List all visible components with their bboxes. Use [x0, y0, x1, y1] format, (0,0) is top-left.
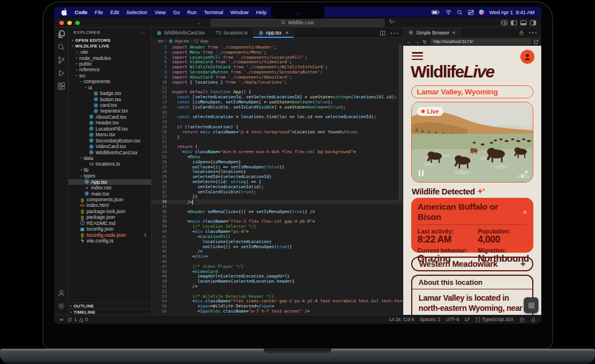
apple-menu-icon[interactable] [61, 8, 67, 16]
copilot-icon[interactable] [519, 317, 525, 323]
close-window-button[interactable] [59, 21, 64, 25]
siri-icon[interactable] [479, 10, 484, 15]
tree-item-reference[interactable]: ›reference [68, 67, 151, 72]
tree-item-videocard.tsx[interactable]: VideoCard.tsx [68, 144, 151, 149]
url-input[interactable]: http://localhost:5173/ [430, 38, 531, 45]
command-center-search[interactable]: Wildlife Live [210, 19, 385, 27]
menu-item-code[interactable]: Code [75, 10, 88, 15]
tree-item-components.json[interactable]: {}components.json [68, 197, 151, 202]
remote-indicator-icon[interactable]: >< [59, 318, 63, 322]
zoom-window-button[interactable] [75, 21, 80, 25]
tree-item-tsconfig.node.json[interactable]: {}tsconfig.node.json1 [68, 232, 151, 237]
editor-more-actions-icon[interactable]: ⋯ [390, 28, 399, 38]
explorer-icon[interactable] [54, 28, 68, 41]
hamburger-menu-icon[interactable] [412, 52, 423, 62]
tree-item-separator.tsx[interactable]: separator.tsx [68, 108, 151, 114]
tree-item-types[interactable]: ›types [68, 173, 151, 179]
browser-forward-icon[interactable]: → [413, 39, 420, 45]
browser-back-icon[interactable]: ← [406, 39, 412, 45]
browser-reload-icon[interactable]: ↻ [421, 39, 428, 45]
tree-item-public[interactable]: ›public [68, 61, 151, 67]
outline-section[interactable]: ›OUTLINE [68, 302, 151, 309]
menu-item-help[interactable]: Help [256, 10, 266, 15]
toggle-secondary-sidebar-icon[interactable] [530, 20, 536, 25]
editor-tab-WildlifeInfoCard.tsx[interactable]: WildlifeInfoCard.tsx [152, 28, 210, 38]
extensions-icon[interactable] [54, 80, 68, 93]
close-tab-icon[interactable]: × [286, 30, 288, 36]
notifications-bell-icon[interactable] [531, 317, 536, 323]
expand-icon[interactable] [521, 171, 528, 177]
tree-item-main.tsx[interactable]: main.tsx [68, 190, 151, 196]
location-pill-button[interactable]: Lamar Valley, Wyoming [411, 85, 533, 98]
tree-item-badge.tsx[interactable]: badge.tsx [68, 90, 151, 96]
customize-layout-icon[interactable] [501, 20, 507, 25]
control-center-icon[interactable] [468, 10, 474, 15]
menu-item-file[interactable]: File [95, 10, 104, 15]
accounts-icon[interactable] [54, 287, 68, 300]
tree-item-menu.tsx[interactable]: Menu.tsx [68, 132, 151, 137]
western-meadowlark-button[interactable]: Western Meadowlark + [411, 257, 533, 271]
tree-item-package.json[interactable]: {}package.json [68, 214, 151, 220]
tree-item-ui[interactable]: ›ui [68, 85, 151, 90]
tree-item-node-modules[interactable]: ›node_modules [68, 55, 151, 60]
tree-item-aboutcard.tsx[interactable]: AboutCard.tsx [68, 114, 151, 120]
tree-item-locationpill.tsx[interactable]: LocationPill.tsx [68, 126, 151, 132]
search-icon[interactable] [457, 10, 463, 15]
menu-item-terminal[interactable]: Terminal [204, 10, 223, 15]
explorer-more-actions-icon[interactable]: ⋯ [140, 30, 146, 36]
close-info-card-icon[interactable]: × [523, 209, 527, 216]
tree-item-data[interactable]: ›data [68, 155, 151, 161]
language-mode[interactable]: { }TypeScript JSX [476, 317, 514, 322]
toggle-panel-icon[interactable] [520, 20, 527, 25]
tree-section-wildlife-live[interactable]: ›WILDLIFE LIVE [68, 43, 151, 49]
menu-item-run[interactable]: Run [187, 10, 197, 15]
run-debug-icon[interactable] [54, 67, 68, 80]
cursor-position[interactable]: Ln 34, Col 9 [389, 317, 414, 322]
tree-item-src[interactable]: ›src [68, 73, 151, 79]
tree-item-index.html[interactable]: <>index.html [68, 202, 151, 208]
breadcrumb[interactable]: src› App.tsx› App [152, 38, 403, 44]
tree-item-header.tsx[interactable]: Header.tsx [68, 120, 151, 125]
tree-item-components[interactable]: ›components [68, 79, 151, 84]
tree-item-app.tsx[interactable]: App.tsx [68, 179, 151, 185]
command-center-extra-icon[interactable]: ↻⌄ [389, 19, 396, 24]
settings-gear-icon[interactable] [54, 300, 68, 313]
eol[interactable]: LF [465, 317, 471, 322]
simple-browser-tab[interactable]: Simple Browser × [403, 28, 461, 38]
tree-item-button.tsx[interactable]: button.tsx [68, 96, 151, 102]
indentation[interactable]: Spaces: 2 [420, 317, 440, 322]
encoding[interactable]: UTF-8 [446, 317, 459, 322]
toggle-primary-sidebar-icon[interactable] [511, 20, 517, 25]
search-sidebar-icon[interactable] [54, 41, 68, 54]
tree-item-vite.config.ts[interactable]: ϟvite.config.ts [68, 238, 151, 244]
tree-item-index.css[interactable]: #index.css [68, 185, 151, 190]
menu-item-window[interactable]: Window [230, 10, 248, 15]
code-editor[interactable]: 3import Header from './components/Header… [152, 44, 403, 315]
tree-item-lib[interactable]: ›lib [68, 167, 151, 173]
editor-tab-App.tsx[interactable]: App.tsx× [253, 28, 294, 38]
problems-indicator[interactable]: 1 0 [67, 317, 88, 322]
tree-item-card.tsx[interactable]: card.tsx [68, 102, 151, 108]
menu-item-selection[interactable]: Selection [127, 10, 148, 15]
menu-item-view[interactable]: View [155, 10, 166, 15]
minimize-window-button[interactable] [67, 21, 72, 25]
source-control-icon[interactable] [54, 54, 68, 67]
editor-scrollbar[interactable] [399, 45, 402, 200]
tree-item-.vite[interactable]: ›.vite [68, 49, 151, 55]
tree-item-package-lock.json[interactable]: {}package-lock.json [68, 209, 151, 214]
tree-item-readme.md[interactable]: ⓘREADME.md [68, 220, 151, 226]
avatar[interactable] [520, 50, 534, 64]
menu-item-edit[interactable]: Edit [110, 10, 119, 15]
pause-icon[interactable] [419, 170, 424, 176]
browser-more-actions-icon[interactable]: ⋯ [528, 27, 537, 38]
tree-item-tsconfig.json[interactable]: ▦tsconfig.json [68, 226, 151, 232]
close-browser-tab-icon[interactable]: × [452, 30, 455, 36]
nav-back-icon[interactable]: ← [197, 19, 202, 25]
tree-item-locations.ts[interactable]: TSlocations.ts [68, 161, 151, 167]
tree-section-open-editors[interactable]: ›OPEN EDITORS [68, 37, 151, 43]
timeline-section[interactable]: ›TIMELINE [68, 309, 151, 315]
devtools-grid-button[interactable] [524, 297, 538, 313]
menu-item-go[interactable]: Go [173, 10, 180, 15]
editor-tab-locations.ts[interactable]: TSlocations.ts [210, 28, 253, 38]
tree-item-secondarybutton.tsx[interactable]: SecondaryButton.tsx [68, 137, 151, 143]
